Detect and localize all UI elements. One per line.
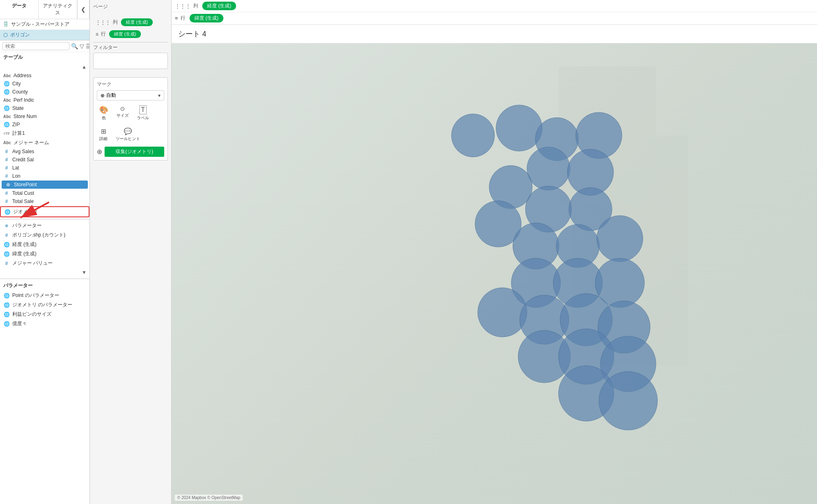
field-polygon-count[interactable]: # ポリゴン.shp (カウント) bbox=[0, 230, 89, 240]
map-credit: © 2024 Mapbox © OpenStreetMap bbox=[175, 495, 243, 501]
globe-icon: 🌐 bbox=[3, 105, 10, 111]
active-table-item[interactable]: ⬡ ポリゴン bbox=[0, 30, 89, 40]
svg-point-8 bbox=[527, 147, 570, 190]
param-last[interactable]: 🌐 億度々 bbox=[0, 319, 89, 328]
globe-icon: 🌐 bbox=[3, 321, 10, 327]
search-icon[interactable]: 🔍 bbox=[71, 43, 78, 49]
hash-icon: # bbox=[3, 198, 10, 204]
abc-icon: Abc bbox=[3, 114, 11, 119]
field-label: Store Num bbox=[13, 114, 37, 119]
field-perf-indic[interactable]: Abc Perf Indic bbox=[0, 96, 89, 104]
color-btn[interactable]: 🎨 色 bbox=[97, 104, 111, 123]
columns-label: 列 bbox=[113, 19, 118, 26]
globe-icon: 🌐 bbox=[3, 242, 10, 248]
detail-icon: ⊞ bbox=[101, 127, 106, 135]
columns-row-top: ⋮⋮⋮ 列 経度 (生成) bbox=[172, 0, 817, 12]
columns-top-icon: ⋮⋮⋮ bbox=[175, 3, 191, 9]
params-bottom-header: パラメーター bbox=[0, 281, 89, 291]
detail-btn[interactable]: ⊞ 詳細 bbox=[97, 126, 110, 143]
field-calc1[interactable]: ≡TF 計算1 bbox=[0, 129, 89, 138]
field-total-cust[interactable]: # Total Cust bbox=[0, 189, 89, 197]
active-item-label: ポリゴン bbox=[10, 31, 30, 38]
column-pill[interactable]: 経度 (生成) bbox=[121, 18, 153, 26]
svg-point-20 bbox=[478, 288, 527, 337]
label-label: ラベル bbox=[137, 115, 149, 121]
sidebar: データ アナリティクス ❮ 🗄 サンプル - スーパーストア ⬡ ポリゴン 🔍 … bbox=[0, 0, 90, 504]
abc-icon: Abc bbox=[3, 74, 11, 78]
svg-point-5 bbox=[496, 105, 542, 151]
size-btn[interactable]: ⊙ サイズ bbox=[114, 104, 131, 123]
field-lat[interactable]: # Lat bbox=[0, 164, 89, 172]
sidebar-tabs: データ アナリティクス ❮ bbox=[0, 0, 89, 19]
globe-icon: 🌐 bbox=[3, 302, 10, 308]
field-label: 億度々 bbox=[12, 320, 27, 327]
col-pill-top[interactable]: 経度 (生成) bbox=[202, 2, 236, 10]
field-major-value[interactable]: # メジャー バリュー bbox=[0, 259, 89, 268]
field-address[interactable]: Abc Address bbox=[0, 71, 89, 80]
field-label: County bbox=[12, 89, 28, 95]
field-avg-sales[interactable]: # Avg Sales bbox=[0, 147, 89, 156]
row-pill[interactable]: 緯度 (生成) bbox=[109, 30, 141, 38]
separator bbox=[0, 219, 89, 219]
filter-label: フィルター bbox=[93, 44, 168, 51]
collect-row: ⊕ 収集(ジオメトリ) bbox=[97, 147, 164, 157]
field-store-num[interactable]: Abc Store Num bbox=[0, 112, 89, 120]
marks-type-dropdown[interactable]: ⊕ 自動 ▾ bbox=[97, 90, 164, 100]
field-county[interactable]: 🌐 County bbox=[0, 88, 89, 96]
field-lon[interactable]: # Lon bbox=[0, 172, 89, 180]
marks-icons-row: 🎨 色 ⊙ サイズ T ラベル bbox=[97, 104, 164, 123]
rows-row-top: ≡ 行 緯度 (生成) bbox=[172, 12, 817, 25]
globe-icon: 🌐 bbox=[3, 293, 10, 299]
marks-section: マーク ⊕ 自動 ▾ 🎨 色 ⊙ サイズ T ラベル bbox=[93, 77, 168, 161]
field-label: Credit Sal bbox=[12, 157, 34, 163]
field-city[interactable]: 🌐 City bbox=[0, 80, 89, 88]
collect-button[interactable]: 収集(ジオメトリ) bbox=[105, 147, 164, 157]
row-pill-top[interactable]: 緯度 (生成) bbox=[190, 14, 223, 22]
chart-top-bar: ⋮⋮⋮ 列 経度 (生成) ≡ 行 緯度 (生成) bbox=[172, 0, 817, 25]
hash-icon: # bbox=[3, 173, 10, 179]
field-latitude-gen[interactable]: 🌐 緯度 (生成) bbox=[0, 249, 89, 259]
field-credit-sal[interactable]: # Credit Sal bbox=[0, 156, 89, 164]
color-label: 色 bbox=[102, 115, 106, 121]
field-label: ZIP bbox=[12, 122, 20, 127]
database-icon: 🗄 bbox=[3, 21, 9, 27]
tooltip-btn[interactable]: 💬 ツールヒント bbox=[113, 126, 143, 143]
tooltip-icon: 💬 bbox=[124, 127, 132, 135]
field-state[interactable]: 🌐 State bbox=[0, 104, 89, 112]
svg-point-16 bbox=[597, 216, 643, 262]
field-label: 計算1 bbox=[12, 130, 25, 137]
field-zip[interactable]: 🌐 ZIP bbox=[0, 120, 89, 129]
param-geometry[interactable]: 🌐 ジオメトリ のパラメーター bbox=[0, 300, 89, 310]
source-label: サンプル - スーパーストア bbox=[11, 21, 69, 28]
field-geometry[interactable]: 🌐 ジオメトリ bbox=[0, 206, 89, 217]
data-source[interactable]: 🗄 サンプル - スーパーストア bbox=[0, 19, 89, 30]
shelf-separator bbox=[93, 42, 168, 42]
field-label: 経度 (生成) bbox=[12, 241, 36, 248]
param-profit-pin[interactable]: 🌐 利益ピンのサイズ bbox=[0, 310, 89, 319]
collapse-button[interactable]: ❮ bbox=[77, 0, 89, 19]
field-longitude-gen[interactable]: 🌐 経度 (生成) bbox=[0, 240, 89, 249]
field-label: Address bbox=[13, 73, 31, 78]
label-btn[interactable]: T ラベル bbox=[134, 104, 152, 123]
chart-title: シート 4 bbox=[172, 25, 817, 43]
field-storepoint[interactable]: ⊕ StorePoint bbox=[2, 181, 88, 189]
tab-analytics[interactable]: アナリティクス bbox=[39, 0, 78, 19]
field-params-section[interactable]: ⊕ パラメーター bbox=[0, 221, 89, 230]
search-input[interactable] bbox=[2, 42, 69, 50]
filter-icon[interactable]: ▽ bbox=[80, 43, 84, 49]
field-major-name[interactable]: Abc メジャー ネーム bbox=[0, 138, 89, 147]
hash-icon: ⊕ bbox=[3, 223, 10, 228]
globe-icon: 🌐 bbox=[4, 209, 11, 215]
hash-icon: # bbox=[3, 190, 10, 196]
filter-box bbox=[93, 53, 168, 69]
field-label: City bbox=[12, 81, 21, 87]
scroll-up-arrow[interactable]: ▲ bbox=[80, 63, 88, 71]
view-icon[interactable]: ☰ bbox=[86, 43, 90, 49]
field-total-sale[interactable]: # Total Sale bbox=[0, 197, 89, 205]
param-point[interactable]: 🌐 Point のパラメーター bbox=[0, 291, 89, 300]
field-label: Lon bbox=[12, 173, 20, 179]
field-label: ジオメトリ bbox=[13, 208, 38, 215]
tab-data[interactable]: データ bbox=[0, 0, 39, 19]
scroll-down-arrow[interactable]: ▼ bbox=[80, 269, 88, 276]
svg-point-4 bbox=[451, 114, 495, 157]
